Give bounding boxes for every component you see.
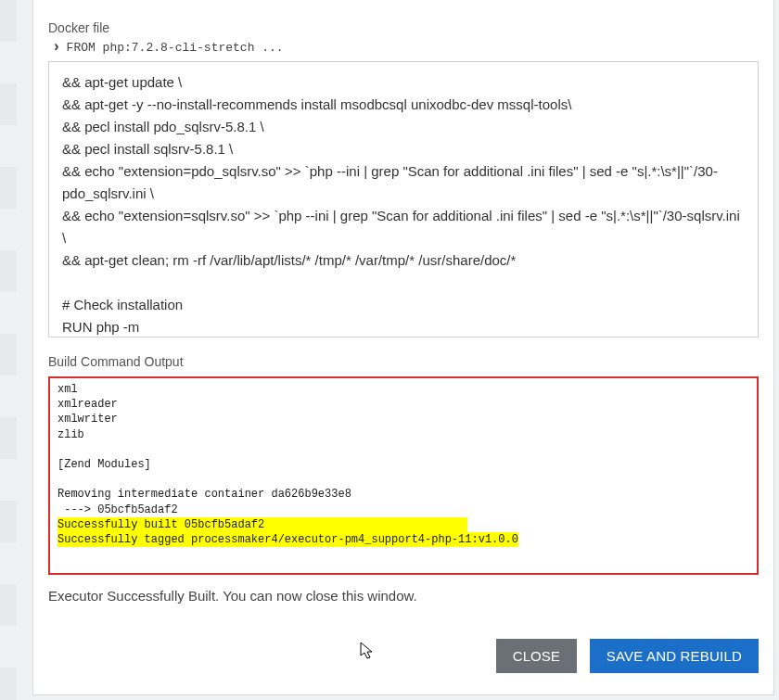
output-line: xmlwriter [57, 412, 749, 426]
output-line: xmlreader [57, 397, 749, 412]
output-line: Removing intermediate container da626b9e… [57, 487, 749, 502]
dockerfile-editor[interactable] [48, 61, 759, 337]
save-and-rebuild-button[interactable]: SAVE AND REBUILD [590, 639, 759, 673]
output-line [57, 442, 749, 457]
dockerfile-from-row[interactable]: › FROM php:7.2.8-cli-stretch ... [48, 39, 759, 56]
chevron-right-icon: › [52, 39, 61, 56]
modal-dialog: Docker file › FROM php:7.2.8-cli-stretch… [32, 0, 774, 695]
output-line: ---> 05bcfb5adaf2 [57, 503, 749, 517]
output-line: Successfully tagged processmaker4/execut… [57, 532, 749, 547]
status-message: Executor Successfully Built. You can now… [48, 588, 759, 604]
close-button[interactable]: CLOSE [496, 639, 577, 673]
button-row: CLOSE SAVE AND REBUILD [48, 639, 759, 673]
build-output-box[interactable]: xmlxmlreaderxmlwriterzlib [Zend Modules]… [48, 376, 759, 575]
docker-file-label: Docker file [48, 20, 759, 35]
output-line: xml [57, 382, 749, 397]
output-line: Successfully built 05bcfb5adaf2 [57, 517, 749, 532]
output-line: zlib [57, 427, 749, 442]
dockerfile-from-text: FROM php:7.2.8-cli-stretch ... [67, 41, 284, 55]
build-output-label: Build Command Output [48, 354, 759, 369]
output-line [57, 472, 749, 487]
output-line: [Zend Modules] [57, 457, 749, 472]
background-stripes [0, 0, 17, 700]
